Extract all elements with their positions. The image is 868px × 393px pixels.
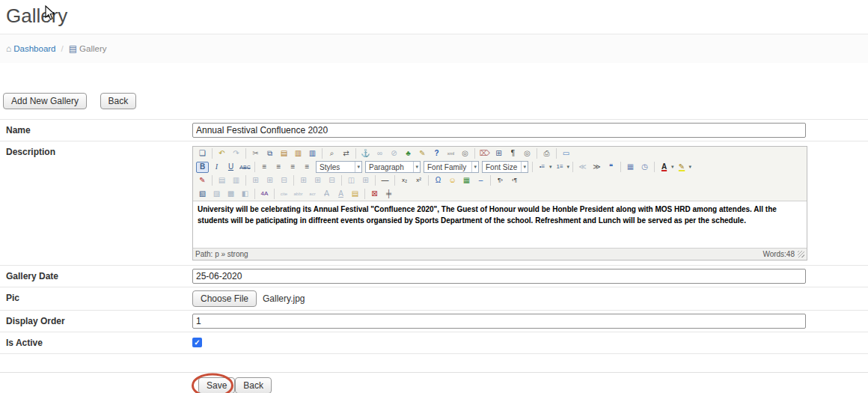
breadcrumb-dashboard-link[interactable]: Dashboard [13,44,55,53]
find-icon[interactable]: ⌕ [326,148,338,159]
align-justify-icon[interactable]: ≡ [301,162,314,173]
preview-icon[interactable]: ◎ [521,148,534,159]
name-input[interactable] [192,123,806,138]
insert-time-icon[interactable]: ◷ [638,162,651,173]
print-icon[interactable]: ⎙ [540,148,553,159]
bold-button[interactable]: B [196,162,209,173]
template-icon[interactable]: ◎ [459,148,471,159]
deletion-icon[interactable]: A [320,189,333,200]
bullet-list-icon-arrow[interactable]: ▾ [549,164,552,170]
redo-icon[interactable]: ↷ [230,148,242,159]
format-select[interactable]: Paragraph▾ [365,161,421,173]
move-forward-icon[interactable]: ▨ [210,189,223,200]
cleanup-icon[interactable]: ✎ [416,148,429,159]
numbered-list-icon[interactable]: 1≡ [554,162,566,173]
attributes-icon[interactable]: ▤ [349,189,361,200]
move-backward-icon[interactable]: ▩ [224,189,237,200]
insert-row-after-icon[interactable]: ⊞ [263,175,276,186]
visual-aid-icon[interactable]: ¶ [507,148,519,159]
image-props-icon[interactable]: ⊠ [368,189,381,200]
font-size-select-arrow[interactable]: ▾ [521,162,528,172]
underline-button[interactable]: U [224,162,237,173]
insert-col-before-icon[interactable]: ⊞ [297,175,310,186]
format-select-arrow[interactable]: ▾ [413,162,420,172]
bullet-list-icon[interactable]: •≡ [536,162,548,173]
align-right-icon[interactable]: ≡ [287,162,299,173]
merge-cells-icon[interactable]: ⊞ [359,175,372,186]
citation-icon[interactable]: cite [278,189,290,200]
italic-button[interactable]: I [210,162,223,173]
resize-grip[interactable] [798,251,804,258]
style-props-icon[interactable]: 4A [258,189,271,200]
charmap-icon[interactable]: Ω [432,175,444,186]
cut-icon[interactable]: ✂ [249,148,262,159]
editor-paragraph: University will be celebrating its Annua… [198,204,802,226]
delete-row-icon[interactable]: ⊟ [278,175,290,186]
text-color-icon-arrow[interactable]: ▾ [671,164,674,170]
superscript-icon[interactable]: x² [412,175,425,186]
new-document-icon[interactable]: ❏ [196,148,209,159]
undo-icon[interactable]: ↶ [216,148,228,159]
indent-icon[interactable]: ≫ [590,162,603,173]
rtl-icon[interactable]: ‹¶ [508,175,521,186]
subscript-icon[interactable]: x₂ [398,175,411,186]
paste-word-icon[interactable]: ▥ [306,148,319,159]
insert-date-icon[interactable]: ▦ [624,162,637,173]
font-family-select-arrow[interactable]: ▾ [471,162,478,172]
align-left-icon[interactable]: ≡ [258,162,271,173]
insert-row-before-icon[interactable]: ⊞ [249,175,262,186]
insert-col-after-icon[interactable]: ⊞ [311,175,324,186]
toolbar-separator [245,148,246,159]
insert-table-icon[interactable]: ⊞ [492,148,505,159]
rich-text-content[interactable]: University will be celebrating its Annua… [193,201,807,248]
insert-layer-icon[interactable]: ▧ [196,189,209,200]
absolute-position-icon[interactable]: ◧ [239,189,251,200]
gallery-date-input[interactable] [192,269,806,284]
highlight-color-icon-arrow[interactable]: ▾ [689,164,692,170]
insertion-icon[interactable]: A [334,189,347,200]
copy-icon[interactable]: ⧉ [263,148,276,159]
save-button[interactable]: Save [198,377,235,393]
blockquote-icon[interactable]: ❝ [605,162,617,173]
back-button-bottom[interactable]: Back [235,377,272,393]
styles-select-arrow[interactable]: ▾ [355,162,361,172]
remove-format-icon[interactable]: ⌦ [478,148,491,159]
anchor-icon[interactable]: ⚓ [359,148,372,159]
emoticons-icon[interactable]: ☺ [446,175,459,186]
styles-select[interactable]: Styles▾ [316,161,362,173]
choose-file-button[interactable]: Choose File [192,290,257,307]
cell-properties-icon[interactable]: ▥ [230,175,242,186]
abbreviation-icon[interactable]: abbr [292,189,305,200]
help-icon[interactable]: ? [430,148,443,159]
add-new-gallery-button[interactable]: Add New Gallery [3,93,87,109]
row-properties-icon[interactable]: ▤ [216,175,228,186]
font-size-select[interactable]: Font Size▾ [482,161,528,173]
paste-icon[interactable]: ▤ [278,148,290,159]
split-cells-icon[interactable]: ◫ [345,175,358,186]
unlink-icon[interactable]: ⊘ [388,148,400,159]
media-icon[interactable]: ▦ [460,175,473,186]
numbered-list-icon-arrow[interactable]: ▾ [567,164,570,170]
page-break-icon[interactable]: ╪ [382,189,395,200]
display-order-input[interactable] [192,314,806,329]
html-source-icon[interactable]: xml [444,148,457,159]
find-replace-icon[interactable]: ⇄ [340,148,352,159]
paste-text-icon[interactable]: ▥ [292,148,305,159]
horizontal-rule-icon[interactable]: — [379,175,391,186]
delete-col-icon[interactable]: ⊟ [326,175,338,186]
strikethrough-button[interactable]: ABC [239,162,251,173]
image-icon[interactable]: ♣ [402,148,415,159]
highlight-color-icon[interactable]: ✎ [676,162,688,173]
nonbreaking-icon[interactable]: ‒ [474,175,487,186]
align-center-icon[interactable]: ≡ [272,162,285,173]
back-button-top[interactable]: Back [100,93,137,109]
text-color-icon[interactable]: A [658,162,670,173]
acronym-icon[interactable]: acr [306,189,319,200]
is-active-checkbox[interactable] [192,338,202,347]
outdent-icon[interactable]: ≪ [576,162,589,173]
ltr-icon[interactable]: ¶› [494,175,507,186]
font-family-select[interactable]: Font Family▾ [424,161,479,173]
fullscreen-icon[interactable]: ▭ [560,148,572,159]
edit-icon[interactable]: ✎ [196,175,209,186]
link-icon[interactable]: ∞ [373,148,386,159]
